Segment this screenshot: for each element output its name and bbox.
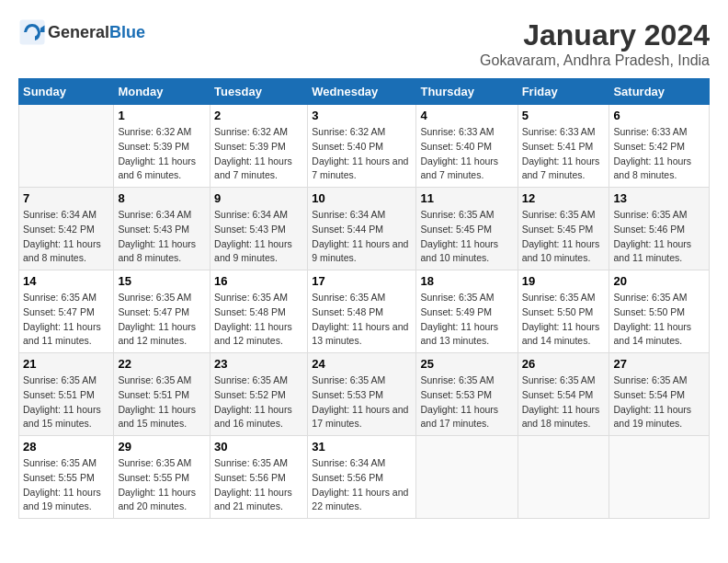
day-number: 19: [522, 274, 606, 288]
calendar-table: SundayMondayTuesdayWednesdayThursdayFrid…: [18, 78, 710, 519]
day-number: 11: [420, 191, 513, 205]
week-row-5: 28Sunrise: 6:35 AMSunset: 5:55 PMDayligh…: [19, 436, 710, 519]
calendar-cell: 8Sunrise: 6:34 AMSunset: 5:43 PMDaylight…: [114, 188, 210, 270]
calendar-cell: 2Sunrise: 6:32 AMSunset: 5:39 PMDaylight…: [210, 105, 308, 188]
day-number: 4: [420, 109, 513, 122]
day-info: Sunrise: 6:35 AMSunset: 5:46 PMDaylight:…: [613, 208, 705, 266]
calendar-cell: 11Sunrise: 6:35 AMSunset: 5:45 PMDayligh…: [416, 188, 518, 270]
day-number: 9: [214, 191, 303, 205]
calendar-cell: 19Sunrise: 6:35 AMSunset: 5:50 PMDayligh…: [518, 270, 609, 353]
day-number: 26: [522, 357, 606, 371]
day-info: Sunrise: 6:35 AMSunset: 5:48 PMDaylight:…: [312, 291, 412, 349]
day-info: Sunrise: 6:35 AMSunset: 5:54 PMDaylight:…: [613, 373, 705, 431]
day-info: Sunrise: 6:34 AMSunset: 5:44 PMDaylight:…: [312, 208, 412, 266]
day-info: Sunrise: 6:35 AMSunset: 5:47 PMDaylight:…: [118, 291, 206, 349]
calendar-cell: 30Sunrise: 6:35 AMSunset: 5:56 PMDayligh…: [210, 436, 308, 519]
calendar-cell: 3Sunrise: 6:32 AMSunset: 5:40 PMDaylight…: [308, 105, 416, 188]
calendar-cell: [518, 436, 609, 519]
calendar-cell: 22Sunrise: 6:35 AMSunset: 5:51 PMDayligh…: [114, 353, 210, 436]
calendar-cell: 25Sunrise: 6:35 AMSunset: 5:53 PMDayligh…: [416, 353, 518, 436]
calendar-cell: 5Sunrise: 6:33 AMSunset: 5:41 PMDaylight…: [518, 105, 609, 188]
day-info: Sunrise: 6:32 AMSunset: 5:40 PMDaylight:…: [312, 125, 412, 183]
day-number: 29: [118, 440, 206, 454]
calendar-cell: 16Sunrise: 6:35 AMSunset: 5:48 PMDayligh…: [210, 270, 308, 353]
header-day-friday: Friday: [518, 79, 609, 105]
calendar-cell: 28Sunrise: 6:35 AMSunset: 5:55 PMDayligh…: [19, 436, 114, 519]
calendar-cell: 24Sunrise: 6:35 AMSunset: 5:53 PMDayligh…: [308, 353, 416, 436]
week-row-1: 1Sunrise: 6:32 AMSunset: 5:39 PMDaylight…: [19, 105, 710, 188]
calendar-cell: 10Sunrise: 6:34 AMSunset: 5:44 PMDayligh…: [308, 188, 416, 270]
day-info: Sunrise: 6:32 AMSunset: 5:39 PMDaylight:…: [214, 125, 303, 183]
day-info: Sunrise: 6:35 AMSunset: 5:47 PMDaylight:…: [23, 291, 109, 349]
day-number: 20: [613, 274, 705, 288]
day-info: Sunrise: 6:34 AMSunset: 5:43 PMDaylight:…: [214, 208, 303, 266]
calendar-cell: [19, 105, 114, 188]
calendar-cell: 12Sunrise: 6:35 AMSunset: 5:45 PMDayligh…: [518, 188, 609, 270]
week-row-3: 14Sunrise: 6:35 AMSunset: 5:47 PMDayligh…: [19, 270, 710, 353]
day-number: 22: [118, 357, 206, 371]
header: General Blue January 2024 Gokavaram, And…: [18, 18, 710, 69]
day-number: 6: [613, 109, 705, 122]
day-info: Sunrise: 6:35 AMSunset: 5:49 PMDaylight:…: [420, 291, 513, 349]
general-blue-icon: [18, 18, 46, 46]
day-number: 10: [312, 191, 412, 205]
header-day-saturday: Saturday: [609, 79, 710, 105]
day-info: Sunrise: 6:35 AMSunset: 5:48 PMDaylight:…: [214, 291, 303, 349]
header-day-sunday: Sunday: [19, 79, 114, 105]
day-number: 28: [23, 440, 109, 454]
calendar-cell: 6Sunrise: 6:33 AMSunset: 5:42 PMDaylight…: [609, 105, 710, 188]
title-area: January 2024 Gokavaram, Andhra Pradesh, …: [480, 18, 710, 69]
day-info: Sunrise: 6:35 AMSunset: 5:56 PMDaylight:…: [214, 456, 303, 514]
day-number: 24: [312, 357, 412, 371]
day-number: 23: [214, 357, 303, 371]
day-info: Sunrise: 6:32 AMSunset: 5:39 PMDaylight:…: [118, 125, 206, 183]
calendar-cell: 27Sunrise: 6:35 AMSunset: 5:54 PMDayligh…: [609, 353, 710, 436]
calendar-cell: [609, 436, 710, 519]
day-number: 12: [522, 191, 606, 205]
header-day-monday: Monday: [114, 79, 210, 105]
location-title: Gokavaram, Andhra Pradesh, India: [480, 52, 710, 69]
day-info: Sunrise: 6:34 AMSunset: 5:42 PMDaylight:…: [23, 208, 109, 266]
day-info: Sunrise: 6:35 AMSunset: 5:45 PMDaylight:…: [420, 208, 513, 266]
calendar-cell: 7Sunrise: 6:34 AMSunset: 5:42 PMDaylight…: [19, 188, 114, 270]
day-info: Sunrise: 6:35 AMSunset: 5:52 PMDaylight:…: [214, 373, 303, 431]
day-number: 31: [312, 440, 412, 454]
day-number: 3: [312, 109, 412, 122]
day-number: 5: [522, 109, 606, 122]
header-day-tuesday: Tuesday: [210, 79, 308, 105]
day-info: Sunrise: 6:35 AMSunset: 5:50 PMDaylight:…: [613, 291, 705, 349]
calendar-cell: 13Sunrise: 6:35 AMSunset: 5:46 PMDayligh…: [609, 188, 710, 270]
day-info: Sunrise: 6:34 AMSunset: 5:43 PMDaylight:…: [118, 208, 206, 266]
calendar-cell: 1Sunrise: 6:32 AMSunset: 5:39 PMDaylight…: [114, 105, 210, 188]
day-info: Sunrise: 6:33 AMSunset: 5:40 PMDaylight:…: [420, 125, 513, 183]
day-number: 16: [214, 274, 303, 288]
calendar-cell: 17Sunrise: 6:35 AMSunset: 5:48 PMDayligh…: [308, 270, 416, 353]
week-row-2: 7Sunrise: 6:34 AMSunset: 5:42 PMDaylight…: [19, 188, 710, 270]
calendar-cell: 21Sunrise: 6:35 AMSunset: 5:51 PMDayligh…: [19, 353, 114, 436]
day-number: 13: [613, 191, 705, 205]
day-info: Sunrise: 6:33 AMSunset: 5:42 PMDaylight:…: [613, 125, 705, 183]
day-number: 30: [214, 440, 303, 454]
day-number: 21: [23, 357, 109, 371]
header-row: SundayMondayTuesdayWednesdayThursdayFrid…: [19, 79, 710, 105]
calendar-cell: 18Sunrise: 6:35 AMSunset: 5:49 PMDayligh…: [416, 270, 518, 353]
header-day-wednesday: Wednesday: [308, 79, 416, 105]
day-number: 2: [214, 109, 303, 122]
logo: General Blue: [18, 18, 145, 46]
week-row-4: 21Sunrise: 6:35 AMSunset: 5:51 PMDayligh…: [19, 353, 710, 436]
header-day-thursday: Thursday: [416, 79, 518, 105]
day-number: 15: [118, 274, 206, 288]
calendar-cell: 29Sunrise: 6:35 AMSunset: 5:55 PMDayligh…: [114, 436, 210, 519]
calendar-cell: 31Sunrise: 6:34 AMSunset: 5:56 PMDayligh…: [308, 436, 416, 519]
calendar-cell: 20Sunrise: 6:35 AMSunset: 5:50 PMDayligh…: [609, 270, 710, 353]
day-number: 1: [118, 109, 206, 122]
month-title: January 2024: [480, 18, 710, 52]
day-number: 8: [118, 191, 206, 205]
day-info: Sunrise: 6:35 AMSunset: 5:55 PMDaylight:…: [118, 456, 206, 514]
day-info: Sunrise: 6:35 AMSunset: 5:54 PMDaylight:…: [522, 373, 606, 431]
day-number: 7: [23, 191, 109, 205]
day-info: Sunrise: 6:34 AMSunset: 5:56 PMDaylight:…: [312, 456, 412, 514]
logo-blue: Blue: [109, 23, 145, 42]
calendar-cell: 15Sunrise: 6:35 AMSunset: 5:47 PMDayligh…: [114, 270, 210, 353]
logo-general: General: [48, 23, 109, 42]
